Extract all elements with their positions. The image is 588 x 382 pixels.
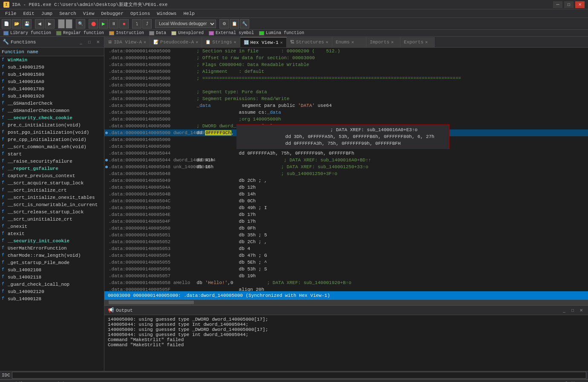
fn-sub15b0[interactable]: f sub_140001580 (0, 71, 104, 78)
fn-release-lock[interactable]: f __scrt_release_startup_lock (0, 208, 104, 215)
fn-sub1920[interactable]: f sub_140001920 (0, 92, 104, 100)
tab-structures-close[interactable]: ✕ (326, 40, 329, 45)
tab-exports[interactable]: Exports ✕ (401, 37, 435, 47)
functions-toggle[interactable]: _ (78, 39, 84, 46)
debugger-select[interactable]: Local Windows debugger (155, 20, 216, 28)
output-close[interactable]: ✕ (578, 307, 585, 314)
fn-get-startup[interactable]: f _get_startup_File_mode (0, 259, 104, 266)
code-line-8: .data:0000000140005000 ; Segment permiss… (104, 95, 588, 102)
fn-acquire-lock[interactable]: f __scrt_acquire_startup_lock (0, 179, 104, 187)
tb-search[interactable]: 🔍 (76, 19, 85, 29)
fn-report-gsfailure[interactable]: f __report_gsfailure (0, 165, 104, 172)
tab-structures[interactable]: 🏗 Structures ✕ (287, 37, 332, 47)
fn-start[interactable]: f start (0, 150, 104, 158)
tab-ida-view-close[interactable]: ✕ (144, 40, 146, 45)
fn-usermath[interactable]: f UserMathErrorFunction (0, 244, 104, 252)
tb-extra3[interactable]: 🔧 (240, 19, 249, 29)
fn-raise-security[interactable]: f __raise_securityfailure (0, 158, 104, 165)
menu-file[interactable]: File (2, 10, 20, 17)
fn-gshandlercommon[interactable]: f __GSHandlerCheckCommon (0, 107, 104, 114)
output-maximize[interactable]: □ (569, 307, 576, 314)
tab-hex-view[interactable]: 🔢 Hex View-1 ✕ (240, 37, 287, 47)
fn-atexit[interactable]: f atexit (0, 230, 104, 237)
tab-bar[interactable]: 🖥 IDA View-A ✕ 📝 Pseudocode-A ✕ 📋 String… (104, 37, 588, 48)
output-minimize[interactable]: _ (561, 307, 568, 314)
scroll-track[interactable] (109, 301, 584, 304)
window-controls[interactable]: ─ □ ✕ (553, 1, 585, 8)
menu-view[interactable]: View (80, 10, 98, 17)
menu-windows[interactable]: Windows (153, 10, 180, 17)
menu-help[interactable]: Help (180, 10, 198, 17)
tab-exports-close[interactable]: ✕ (425, 40, 428, 45)
functions-float[interactable]: □ (86, 39, 93, 46)
tb-2[interactable] (66, 19, 72, 29)
fn-guard-check[interactable]: f _guard_check_icall_nop (0, 281, 104, 288)
tb-bp-toggle[interactable]: ⬤ (89, 19, 98, 29)
tb-back[interactable]: ◀ (35, 19, 44, 29)
fn-icon: f (2, 224, 6, 229)
fn-sub2120[interactable]: f sub_140002120 (0, 288, 104, 295)
fn-winmain[interactable]: f WinMain (0, 56, 104, 63)
fn-pre-cpp[interactable]: f pre_cpp_initialization(void) (0, 136, 104, 143)
tb-save[interactable]: 💾 (22, 19, 32, 29)
tab-ida-view[interactable]: 🖥 IDA View-A ✕ (104, 37, 150, 47)
menu-options[interactable]: Options (127, 10, 153, 17)
fn-gshandler[interactable]: f __GSHandlerCheck (0, 100, 104, 107)
code-text: ;org 140005000h (194, 117, 588, 122)
fn-sub17b0[interactable]: f sub_140001780 (0, 85, 104, 92)
fn-init-crt[interactable]: f __scrt_initialize_crt (0, 187, 104, 194)
output-line-3: 140005000: using guessed type _DWORD dwo… (108, 327, 585, 332)
fn-security-init[interactable]: f __security_init_cookie (0, 237, 104, 244)
tb-extra2[interactable]: 📋 (230, 19, 239, 29)
fn-sub128[interactable]: f sub_14000128 (0, 295, 104, 302)
functions-list[interactable]: f WinMain f sub_140001250 f sub_14000158… (0, 56, 104, 371)
scroll-thumb[interactable] (109, 301, 194, 304)
tab-pseudocode[interactable]: 📝 Pseudocode-A ✕ (150, 37, 202, 47)
tab-hex-view-close[interactable]: ✕ (280, 40, 283, 45)
fn-charmode[interactable]: f charMode::raw_length(void) (0, 252, 104, 259)
fn-capture-context[interactable]: f capture_previous_context (0, 172, 104, 179)
tb-pause[interactable]: ⏸ (109, 19, 118, 29)
menu-debugger[interactable]: Debugger (98, 10, 127, 17)
fn-nonwritable[interactable]: f __scrt_is_nonwritable_in_current (0, 201, 104, 208)
fn-onexit[interactable]: f _onexit (0, 223, 104, 230)
fn-sub2108[interactable]: f sub_14002108 (0, 266, 104, 273)
close-button[interactable]: ✕ (575, 1, 585, 8)
fn-security-check[interactable]: f __security_check_cookie (0, 114, 104, 121)
tab-imports[interactable]: Imports ✕ (366, 37, 401, 47)
tb-forward[interactable]: ▶ (45, 19, 55, 29)
tab-enums-close[interactable]: ✕ (352, 40, 354, 45)
horizontal-scrollbar[interactable] (104, 300, 588, 305)
fn-uninit-crt[interactable]: f __scrt_uninitialize_crt (0, 215, 104, 223)
tb-extra1[interactable]: ⚙ (219, 19, 229, 29)
fn-scrt-main-seh[interactable]: f __scrt_common_main_seh(void) (0, 143, 104, 150)
tab-imports-close[interactable]: ✕ (391, 40, 394, 45)
fn-pre-c[interactable]: f pre_c_initialization(void) (0, 121, 104, 129)
fn-init-onexit[interactable]: f __scrt_initialize_onexit_tables (0, 194, 104, 201)
functions-close[interactable]: ✕ (95, 39, 101, 46)
tb-step-over[interactable]: ⤴ (142, 19, 152, 29)
tab-imports-label: Imports (370, 40, 389, 45)
idc-input[interactable] (12, 372, 586, 379)
maximize-button[interactable]: □ (564, 1, 574, 8)
menu-jump[interactable]: Jump (38, 10, 56, 17)
tab-pseudocode-close[interactable]: ✕ (196, 40, 198, 45)
minimize-button[interactable]: ─ (553, 1, 562, 8)
tb-run[interactable]: ▶ (99, 19, 108, 29)
menu-search[interactable]: Search (56, 10, 80, 17)
tb-open[interactable]: 📂 (12, 19, 21, 29)
tb-stop[interactable]: ■ (119, 19, 129, 29)
tab-strings-close[interactable]: ✕ (234, 40, 236, 45)
code-line-32: .data:0000000140005056 db 53h ; S (104, 266, 588, 273)
tb-step-into[interactable]: ⤵ (132, 19, 141, 29)
tab-enums[interactable]: Enums ✕ (332, 37, 366, 47)
fn-sub16a0[interactable]: f sub_1400016A0 (0, 78, 104, 85)
menu-edit[interactable]: Edit (20, 10, 37, 17)
fn-sub2118[interactable]: f sub_14002118 (0, 273, 104, 281)
code-view[interactable]: .data:0000000140005000 ; Section size in… (104, 48, 588, 291)
fn-post-pgo[interactable]: f post_pgo_initialization(void) (0, 129, 104, 136)
tb-1[interactable] (58, 19, 65, 29)
tab-strings[interactable]: 📋 Strings ✕ (202, 37, 240, 47)
tb-new[interactable]: 📄 (2, 19, 11, 29)
fn-sub1250[interactable]: f sub_140001250 (0, 63, 104, 71)
